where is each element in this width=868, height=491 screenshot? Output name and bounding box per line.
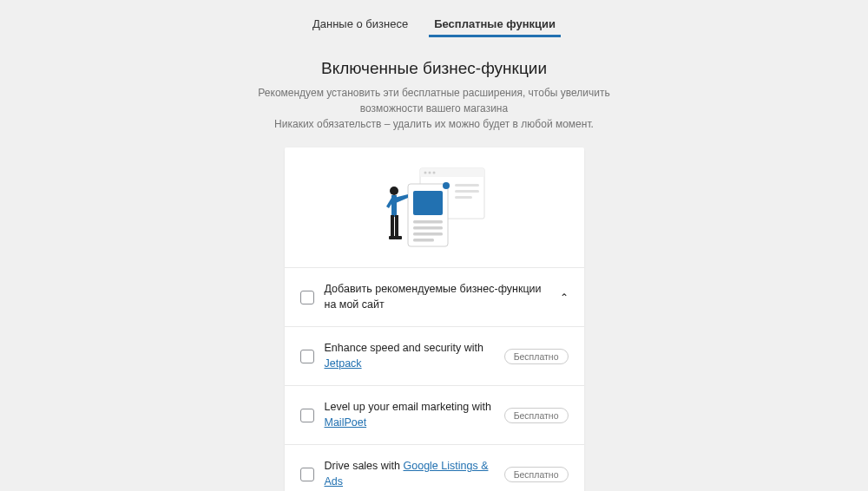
svg-rect-19: [395, 236, 402, 239]
checkbox-mailpoet[interactable]: [300, 409, 314, 422]
svg-rect-5: [455, 184, 479, 187]
option-google: Drive sales with Google Listings & Ads Б…: [285, 444, 584, 491]
svg-point-3: [429, 172, 431, 174]
option-google-label: Drive sales with Google Listings & Ads: [325, 459, 494, 489]
subtitle-line-3: Никаких обязательств – удалить их можно …: [274, 118, 594, 130]
svg-rect-6: [455, 190, 479, 193]
svg-point-2: [424, 172, 427, 174]
option-mailpoet-prefix: Level up your email marketing with: [325, 401, 491, 413]
svg-point-4: [433, 172, 436, 174]
option-add-recommended: Добавить рекомендуемые бизнес-функции на…: [285, 267, 584, 326]
illustration: [285, 147, 584, 267]
checkbox-google[interactable]: [300, 468, 314, 481]
page-subtitle: Рекомендуем установить эти бесплатные ра…: [0, 85, 868, 132]
option-google-prefix: Drive sales with: [325, 460, 404, 472]
svg-point-15: [390, 187, 398, 195]
header: Включенные бизнес-функции Рекомендуем ус…: [0, 59, 868, 132]
svg-rect-17: [395, 215, 398, 238]
svg-rect-13: [413, 232, 443, 236]
svg-rect-18: [389, 236, 396, 239]
link-jetpack[interactable]: Jetpack: [325, 357, 362, 370]
badge-jetpack-free: Бесплатно: [504, 349, 569, 364]
svg-rect-12: [413, 226, 443, 230]
chevron-up-icon[interactable]: ⌃: [560, 291, 569, 304]
tabs: Данные о бизнесе Бесплатные функции: [0, 17, 868, 37]
svg-rect-14: [413, 239, 434, 242]
badge-mailpoet-free: Бесплатно: [504, 408, 569, 423]
svg-rect-7: [455, 196, 472, 199]
svg-rect-10: [413, 191, 443, 215]
svg-rect-11: [413, 220, 443, 224]
option-jetpack-label: Enhance speed and security with Jetpack: [325, 341, 494, 371]
option-jetpack-prefix: Enhance speed and security with: [325, 342, 483, 354]
link-mailpoet[interactable]: MailPoet: [325, 416, 367, 429]
svg-point-9: [443, 182, 450, 189]
badge-google-free: Бесплатно: [504, 467, 569, 482]
checkbox-jetpack[interactable]: [300, 350, 314, 363]
features-card: Добавить рекомендуемые бизнес-функции на…: [285, 147, 584, 491]
tab-business-details[interactable]: Данные о бизнесе: [312, 17, 408, 37]
subtitle-line-2: возможности вашего магазина: [360, 102, 508, 115]
option-mailpoet-label: Level up your email marketing with MailP…: [325, 400, 494, 430]
option-jetpack: Enhance speed and security with Jetpack …: [285, 326, 584, 385]
option-mailpoet: Level up your email marketing with MailP…: [285, 385, 584, 444]
svg-rect-16: [391, 215, 394, 238]
subtitle-line-1: Рекомендуем установить эти бесплатные ра…: [258, 87, 609, 99]
option-add-recommended-label: Добавить рекомендуемые бизнес-функции на…: [325, 282, 549, 312]
page-title: Включенные бизнес-функции: [0, 59, 868, 78]
tab-free-features[interactable]: Бесплатные функции: [434, 17, 556, 37]
checkbox-add-recommended[interactable]: [300, 291, 314, 304]
